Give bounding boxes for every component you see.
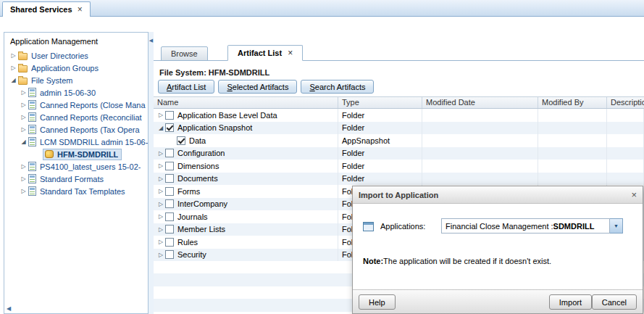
tree-item-user-directories[interactable]: ▷ User Directories — [4, 49, 148, 62]
note-label: Note: — [363, 257, 383, 265]
tree-item-label: Canned Reports (Close Mana — [40, 101, 146, 110]
row-checkbox[interactable] — [165, 238, 174, 247]
table-row-application-snapshot[interactable]: ◢ Application Snapshot Folder — [154, 122, 644, 135]
panel-splitter[interactable]: ◀ — [149, 32, 154, 314]
expand-icon[interactable]: ▷ — [19, 89, 28, 96]
applications-dropdown-value[interactable]: Financial Close Management : SDMDRILL — [441, 218, 610, 234]
report-icon — [28, 88, 36, 97]
column-header-name: Name — [154, 97, 338, 108]
selected-artifacts-button[interactable]: Selected Artifacts — [218, 80, 297, 94]
tree-item-admin-15-06-30[interactable]: ▷ admin 15-06-30 — [4, 86, 148, 99]
search-artifacts-button[interactable]: Search Artifacts — [301, 80, 374, 94]
expand-icon[interactable]: ▷ — [9, 52, 18, 59]
row-checkbox[interactable] — [165, 212, 174, 221]
collapse-icon[interactable]: ◢ — [156, 125, 165, 131]
dialog-title-bar[interactable]: Import to Application × — [353, 186, 643, 204]
artifact-name: InterCompany — [177, 199, 227, 208]
row-checkbox[interactable] — [165, 225, 174, 234]
tree-item-canned-reports-reconciliation[interactable]: ▷ Canned Reports (Reconciliat — [4, 111, 148, 123]
help-button[interactable]: Help — [359, 294, 396, 310]
tree-item-canned-reports-close[interactable]: ▷ Canned Reports (Close Mana — [4, 99, 148, 111]
description-cell — [607, 109, 644, 122]
tab-close-icon[interactable]: × — [288, 48, 293, 58]
report-icon — [28, 186, 36, 196]
artifact-list-button[interactable]: Artifact List — [158, 80, 214, 94]
tree-item-ps4100-latest-users[interactable]: ▷ PS4100_latest_users 15-02- — [4, 160, 148, 173]
column-header-type: Type — [338, 97, 422, 108]
table-row-configuration[interactable]: ▷ Configuration Folder — [154, 147, 644, 160]
expand-icon[interactable]: ▷ — [19, 175, 28, 182]
tree-item-canned-reports-tax[interactable]: ▷ Canned Reports (Tax Opera — [4, 123, 148, 136]
folder-icon — [18, 53, 28, 60]
artifact-name: Data — [189, 136, 206, 145]
row-checkbox[interactable] — [165, 162, 174, 170]
shared-services-window: Shared Services × Application Management… — [0, 0, 644, 314]
modified-date-cell — [422, 173, 538, 186]
tree-item-file-system[interactable]: ◢ File System — [4, 74, 148, 86]
tree-item-lcm-sdmdrill-admin[interactable]: ◢ LCM SDMDRILL admin 15-06- — [4, 136, 148, 148]
expand-icon[interactable]: ▷ — [19, 126, 28, 133]
tree-item-label: Application Groups — [31, 64, 99, 73]
row-checkbox[interactable] — [165, 187, 174, 196]
tree-item-standard-formats[interactable]: ▷ Standard Formats — [4, 173, 148, 185]
row-checkbox[interactable] — [165, 149, 174, 157]
tab-shared-services[interactable]: Shared Services × — [2, 1, 91, 17]
tree-item-label: File System — [31, 76, 72, 85]
tree-item-standard-tax-templates[interactable]: ▷ Standard Tax Templates — [4, 185, 148, 197]
expand-icon[interactable]: ▷ — [156, 252, 165, 258]
selected-tree-item[interactable]: HFM-SDMDRILL — [43, 149, 122, 160]
collapse-icon[interactable]: ◢ — [19, 139, 28, 145]
tab-close-icon[interactable]: × — [78, 5, 83, 14]
expand-icon[interactable]: ▷ — [156, 201, 165, 207]
chevron-down-icon[interactable]: ▼ — [610, 218, 623, 234]
expand-icon[interactable]: ▷ — [19, 163, 28, 170]
expand-icon[interactable]: ▷ — [156, 150, 165, 157]
row-checkbox[interactable] — [165, 199, 174, 208]
dialog-title: Import to Application — [359, 191, 438, 199]
expand-icon[interactable]: ▷ — [156, 188, 165, 194]
import-button[interactable]: Import — [549, 294, 592, 310]
tab-browse[interactable]: Browse — [161, 46, 208, 61]
table-row-documents[interactable]: ▷ Documents Folder — [154, 173, 644, 186]
tree-item-application-groups[interactable]: ▷ Application Groups — [4, 62, 148, 74]
cancel-button[interactable]: Cancel — [592, 294, 637, 310]
expand-icon[interactable]: ▷ — [156, 112, 165, 118]
row-checkbox[interactable] — [165, 250, 174, 259]
row-checkbox[interactable] — [165, 174, 174, 183]
table-row-dimensions[interactable]: ▷ Dimensions Folder — [154, 160, 644, 173]
dropdown-value-app-name: SDMDRILL — [553, 222, 595, 231]
row-checkbox[interactable] — [177, 136, 185, 145]
expand-icon[interactable]: ▷ — [9, 65, 18, 71]
name-cell: ▷ Member Lists — [154, 223, 338, 236]
name-cell: ▷ Dimensions — [154, 160, 338, 173]
note-text: The application will be created if it do… — [383, 257, 551, 265]
dialog-close-icon[interactable]: × — [631, 189, 637, 200]
expand-icon[interactable]: ▷ — [156, 162, 165, 169]
expand-icon[interactable]: ▷ — [19, 102, 28, 108]
tree-item-label: admin 15-06-30 — [40, 88, 96, 97]
sidebar-title: Application Management — [4, 33, 148, 49]
expand-icon[interactable]: ▷ — [156, 239, 165, 245]
expand-icon[interactable]: ▷ — [19, 114, 28, 120]
collapse-icon[interactable]: ◢ — [9, 77, 18, 83]
expand-icon[interactable]: ▷ — [19, 188, 28, 194]
name-cell: ▷ InterCompany — [154, 198, 338, 211]
tree-item-label: Canned Reports (Tax Opera — [40, 125, 140, 134]
expand-icon[interactable]: ▷ — [156, 226, 165, 233]
report-icon — [28, 162, 36, 171]
expand-icon[interactable]: ▷ — [156, 213, 165, 220]
applications-dropdown[interactable]: Financial Close Management : SDMDRILL ▼ — [441, 218, 623, 234]
artifact-name: Configuration — [177, 149, 225, 157]
expand-icon[interactable]: ▷ — [156, 175, 165, 182]
table-row-data[interactable]: Data AppSnapshot — [154, 134, 644, 147]
column-header-modified-by: Modified By — [538, 97, 607, 108]
tree-item-hfm-sdmdrill[interactable]: HFM-SDMDRILL — [4, 148, 148, 160]
row-checkbox[interactable] — [165, 111, 174, 120]
scroll-left-icon[interactable]: ◀ — [7, 305, 11, 312]
table-row-application-base-level-data[interactable]: ▷ Application Base Level Data Folder — [154, 109, 644, 122]
report-icon — [28, 174, 36, 183]
collapse-panel-icon[interactable]: ◀ — [149, 38, 154, 44]
tab-artifact-list[interactable]: Artifact List × — [227, 45, 303, 61]
row-checkbox[interactable] — [165, 123, 174, 132]
artifact-list-button-label: Artifact List — [167, 83, 206, 91]
